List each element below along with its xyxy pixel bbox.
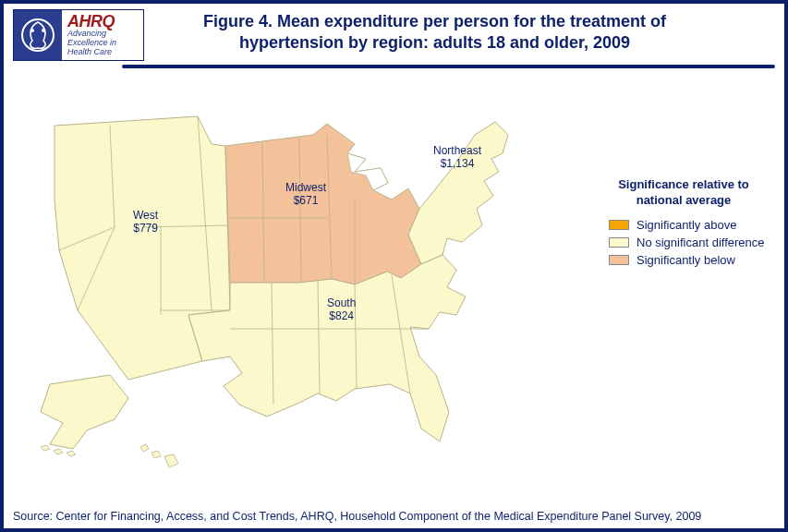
svg-point-1	[30, 29, 34, 32]
ahrq-logo: AHRQ Advancing Excellence in Health Care	[13, 9, 144, 61]
figure-title: Figure 4. Mean expenditure per person fo…	[150, 9, 775, 53]
legend-label-above: Significantly above	[636, 218, 736, 232]
ahrq-logo-text: AHRQ Advancing Excellence in Health Care	[62, 10, 143, 60]
ahrq-wordmark: AHRQ	[67, 13, 136, 30]
region-west-alaska	[41, 375, 128, 449]
legend-label-below: Significantly below	[636, 253, 735, 267]
us-region-map: West $779 Midwest $671 South $824 Northe…	[22, 79, 576, 477]
legend-title: Significance relative to national averag…	[596, 177, 771, 209]
ahrq-tagline: Advancing Excellence in Health Care	[67, 30, 136, 57]
swatch-below	[609, 255, 629, 265]
label-west-name: West	[133, 209, 158, 222]
legend-label-nodiff: No significant difference	[636, 236, 765, 249]
svg-point-0	[22, 19, 54, 51]
label-south: South $824	[327, 296, 356, 323]
legend: Significance relative to national averag…	[596, 177, 771, 271]
hhs-seal-icon	[14, 10, 62, 60]
swatch-nodiff	[609, 237, 629, 248]
label-northeast: Northeast $1,134	[433, 144, 481, 171]
label-midwest-value: $671	[285, 194, 326, 207]
source-note: Source: Center for Financing, Access, an…	[13, 510, 701, 523]
legend-item-below: Significantly below	[596, 253, 771, 267]
legend-item-nodiff: No significant difference	[596, 236, 771, 249]
region-south	[188, 255, 466, 441]
label-south-name: South	[327, 296, 356, 309]
label-midwest-name: Midwest	[285, 181, 326, 194]
label-west-value: $779	[133, 222, 158, 235]
label-northeast-name: Northeast	[433, 144, 481, 157]
legend-item-above: Significantly above	[596, 218, 771, 232]
swatch-above	[609, 220, 629, 230]
label-northeast-value: $1,134	[433, 157, 481, 170]
svg-point-2	[42, 29, 45, 32]
header: AHRQ Advancing Excellence in Health Care…	[4, 4, 784, 61]
figure-frame: AHRQ Advancing Excellence in Health Care…	[0, 0, 788, 532]
label-midwest: Midwest $671	[285, 181, 326, 208]
region-west-hawaii	[140, 444, 178, 467]
label-west: West $779	[133, 209, 158, 236]
title-underline	[122, 65, 775, 68]
label-south-value: $824	[327, 309, 356, 322]
